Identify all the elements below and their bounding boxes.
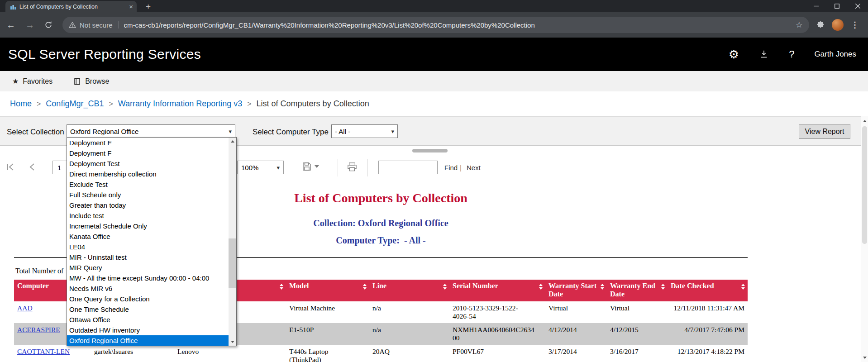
collection-option[interactable]: Incremetal Schedule Only [67,221,229,231]
previous-page-button[interactable] [29,163,35,171]
app-header: SQL Server Reporting Services ⚙ ? Garth … [0,38,868,71]
collection-option[interactable]: MW - All the time except Sunday 00:00 - … [67,273,229,283]
collection-option[interactable]: Deployment F [67,148,229,158]
user-name[interactable]: Garth Jones [814,50,856,59]
sort-icon[interactable] [601,284,604,290]
dropdown-scroll-down-arrow[interactable] [229,338,236,346]
data-cell: T440s Laptop (ThinkPad) [286,345,369,362]
report-total-label: Total Number of [15,267,63,275]
security-label[interactable]: Not secure [80,21,113,29]
forward-button[interactable]: → [25,20,34,30]
first-page-button[interactable] [6,163,15,171]
collection-option[interactable]: Ottawa Office [67,314,229,325]
not-secure-icon [69,22,76,28]
sort-icon[interactable] [539,284,543,290]
collection-option[interactable]: Needs MIR v6 [67,283,229,294]
sort-icon[interactable] [280,284,283,290]
dropdown-scroll-up-arrow[interactable] [229,138,236,145]
print-button[interactable] [347,162,358,171]
next-button[interactable]: Next [467,164,481,171]
horizontal-scrollbar-thumb[interactable] [412,149,448,152]
window-close-button[interactable] [847,0,868,12]
window-maximize-button[interactable] [826,0,847,12]
download-icon[interactable] [759,49,769,59]
breadcrumb-item[interactable]: Warranty Information Reporting v3 [118,99,242,109]
computer-type-select-value: - All - [335,128,350,135]
sort-icon[interactable] [661,284,665,290]
breadcrumb-item[interactable]: ConfigMgr_CB1 [46,99,104,109]
scroll-down-arrow[interactable] [861,354,868,361]
collection-option[interactable]: Deployment E [67,138,229,148]
collection-option[interactable]: Greater than today [67,200,229,210]
vertical-scrollbar-thumb[interactable] [862,126,867,244]
address-bar-input[interactable]: Not secure cm-cas-cb1/reports/report/Con… [62,17,809,33]
data-cell: Virtual [545,301,607,323]
breadcrumb-separator: > [242,100,256,108]
data-cell: gartek\lsuares [91,345,174,362]
collection-option[interactable]: One Time Schedule [67,304,229,314]
data-cell: E1-510P [286,323,369,345]
collection-option[interactable]: Deployment Test [67,158,229,169]
chevron-down-icon: ▾ [277,164,280,171]
new-tab-button[interactable]: + [142,1,154,12]
collection-option[interactable]: Direct membership collection [67,169,229,179]
vertical-scrollbar[interactable] [861,116,868,362]
computer-type-select[interactable]: - All - ▾ [331,124,398,138]
collection-option[interactable]: MIR - Uninstall test [67,252,229,262]
tab-title: List of Computers by Collection [19,4,126,10]
extensions-icon[interactable] [816,21,825,29]
save-export-button[interactable] [302,162,319,171]
back-button[interactable]: ← [6,20,15,30]
favorites-tab[interactable]: ★ Favorites [12,77,52,86]
collection-option[interactable]: Oxford Regional Office [67,335,229,346]
dropdown-scrollbar[interactable] [229,138,236,346]
tab-close-icon[interactable]: × [129,3,133,10]
toolbar-divider [338,159,338,176]
help-icon[interactable]: ? [789,48,794,60]
bookmark-star-icon[interactable]: ☆ [796,20,803,30]
sort-icon[interactable] [363,284,367,290]
breadcrumb-item: List of Computers by Collection [257,99,369,109]
find-button[interactable]: Find [444,164,458,171]
browse-tab[interactable]: Browse [74,77,109,86]
data-cell: 4/12/2014 [545,323,607,345]
column-header[interactable]: Model [286,280,369,301]
collection-option[interactable]: Exclude Test [67,179,229,190]
collection-select[interactable]: Oxford Regional Office ▾ [67,124,235,138]
collection-label: Select Collection [7,128,64,137]
favorites-star-icon: ★ [12,77,19,86]
column-header[interactable]: Line [369,280,449,301]
breadcrumb-item[interactable]: Home [10,99,32,109]
find-input[interactable] [378,161,438,174]
column-header[interactable]: Date Checked [668,280,748,301]
view-report-button[interactable]: View Report [799,124,850,139]
collection-option[interactable]: Kanata Office [67,231,229,242]
collection-option[interactable]: Full Scheule only [67,190,229,200]
url-text[interactable]: cm-cas-cb1/reports/report/ConfigMgr_CB1/… [124,21,791,29]
zoom-select[interactable]: 100% ▾ [237,161,284,174]
sort-icon[interactable] [741,284,745,290]
profile-avatar[interactable] [832,19,844,31]
data-cell: 12/13/2017 4:18:22 PM [668,345,748,362]
browser-menu-icon[interactable]: ⋮ [851,20,859,30]
scroll-up-arrow[interactable] [861,117,868,124]
column-header[interactable]: Serial Number [449,280,545,301]
window-minimize-button[interactable] [806,0,826,12]
collection-option[interactable]: MIR Query [67,262,229,273]
dropdown-scrollbar-thumb[interactable] [229,238,236,288]
collection-option[interactable]: LE04 [67,242,229,252]
settings-gear-icon[interactable]: ⚙ [729,48,739,62]
collection-option[interactable]: One Query for a Collection [67,294,229,304]
refresh-button[interactable] [44,21,52,29]
computer-link[interactable]: AAD [17,304,33,312]
data-cell: Virtual [607,301,668,323]
browser-tab[interactable]: List of Computers by Collection × [5,1,137,12]
computer-link[interactable]: CAOTTANT-LEN [17,348,70,355]
column-header[interactable]: Warranty End Date [607,280,668,301]
computer-type-label: Select Computer Type [253,128,329,137]
sort-icon[interactable] [443,284,447,290]
computer-link[interactable]: ACERASPIRE [17,326,60,333]
collection-option[interactable]: Outdated HW inventory [67,325,229,335]
collection-option[interactable]: Include test [67,210,229,221]
column-header[interactable]: Warranty Start Date [545,280,607,301]
